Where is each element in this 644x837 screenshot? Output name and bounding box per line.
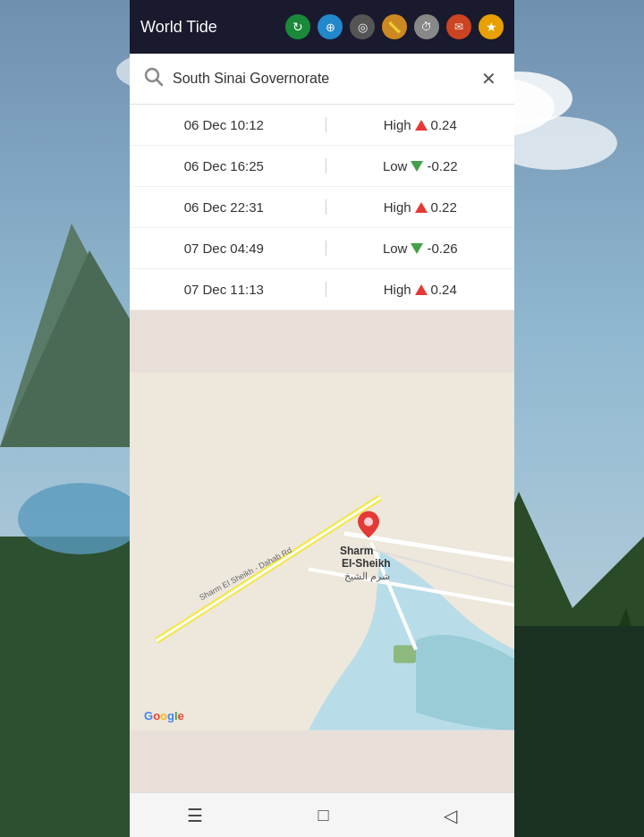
tide-value-4: Low -0.26 [326, 241, 515, 256]
titlebar: World Tide ↻ ⊕ ◎ 📏 ⏱ ✉ [130, 0, 514, 54]
tide-value-2: Low -0.22 [326, 158, 515, 173]
svg-text:Google: Google [144, 709, 184, 723]
tide-number-1: 0.24 [431, 117, 457, 132]
tide-arrow-down-4 [411, 243, 423, 254]
mail-icon[interactable]: ✉ [446, 14, 471, 39]
search-icon [144, 67, 164, 91]
search-query: South Sinai Governorate [173, 71, 478, 87]
tide-datetime-2: 06 Dec 16:25 [130, 158, 326, 173]
tide-number-3: 0.22 [431, 199, 457, 215]
tide-datetime-1: 06 Dec 10:12 [130, 117, 326, 132]
tide-number-4: -0.26 [427, 241, 457, 256]
svg-rect-16 [394, 646, 416, 664]
bottom-nav: ☰ □ ◁ [130, 792, 514, 837]
tide-type-5: High [384, 282, 411, 297]
tide-value-1: High 0.24 [326, 117, 515, 132]
menu-nav-icon[interactable]: ☰ [187, 805, 203, 826]
table-row: 07 Dec 11:13 High 0.24 [130, 269, 514, 310]
table-row: 07 Dec 04:49 Low -0.26 [130, 228, 514, 269]
map-container[interactable]: Sharm El Sheikh - Dahab Rd [130, 310, 514, 792]
svg-text:Sharm: Sharm [340, 545, 373, 557]
svg-point-11 [18, 483, 143, 554]
tide-datetime-4: 07 Dec 04:49 [130, 241, 326, 256]
svg-text:شرم الشيخ: شرم الشيخ [344, 571, 390, 582]
ruler-icon[interactable]: 📏 [382, 14, 407, 39]
phone-frame: World Tide ↻ ⊕ ◎ 📏 ⏱ ✉ [130, 0, 514, 837]
target-icon[interactable]: ◎ [350, 14, 375, 39]
svg-line-14 [157, 80, 163, 85]
home-nav-icon[interactable]: □ [318, 805, 328, 825]
search-bar: South Sinai Governorate ✕ [130, 54, 514, 105]
tide-arrow-down-2 [411, 161, 423, 172]
tide-table: 06 Dec 10:12 High 0.24 06 Dec 16:25 Low … [130, 105, 514, 310]
app-title: World Tide [140, 18, 285, 37]
table-row: 06 Dec 22:31 High 0.22 [130, 187, 514, 228]
tide-type-1: High [384, 117, 411, 132]
titlebar-icons: ↻ ⊕ ◎ 📏 ⏱ ✉ ★ [285, 14, 504, 39]
tide-number-5: 0.24 [431, 282, 457, 297]
tide-type-4: Low [383, 241, 408, 256]
tide-arrow-up-3 [415, 202, 428, 213]
star-icon[interactable]: ★ [479, 14, 504, 39]
back-nav-icon[interactable]: ◁ [444, 805, 457, 826]
tide-arrow-up-1 [415, 120, 428, 131]
tide-value-3: High 0.22 [326, 199, 515, 215]
content-area: South Sinai Governorate ✕ 06 Dec 10:12 H… [130, 54, 514, 837]
tide-datetime-5: 07 Dec 11:13 [130, 282, 326, 297]
svg-text:El-Sheikh: El-Sheikh [342, 557, 391, 570]
svg-point-24 [364, 518, 373, 527]
location-search-icon[interactable]: ⊕ [318, 14, 343, 39]
close-button[interactable]: ✕ [478, 64, 500, 93]
refresh-icon[interactable]: ↻ [285, 14, 310, 39]
tide-type-2: Low [383, 158, 408, 173]
tide-number-2: -0.22 [427, 158, 457, 173]
timer-icon[interactable]: ⏱ [414, 14, 439, 39]
tide-datetime-3: 06 Dec 22:31 [130, 199, 326, 215]
table-row: 06 Dec 16:25 Low -0.22 [130, 146, 514, 187]
tide-type-3: High [384, 199, 411, 215]
tide-value-5: High 0.24 [326, 282, 515, 297]
tide-arrow-up-5 [415, 284, 428, 295]
table-row: 06 Dec 10:12 High 0.24 [130, 105, 514, 146]
